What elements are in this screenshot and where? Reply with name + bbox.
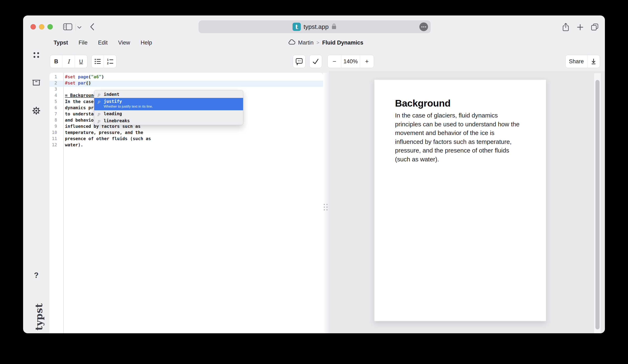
line-number: 5 xyxy=(50,99,57,105)
numbered-list-button[interactable]: 1 2 xyxy=(104,55,116,68)
zoom-in-button[interactable]: + xyxy=(360,55,374,68)
tab-overview-icon[interactable] xyxy=(591,23,599,32)
dashboard-grid-icon[interactable] xyxy=(30,52,43,59)
bullet-list-icon xyxy=(94,58,101,65)
parameter-kind-icon: p xyxy=(97,111,104,116)
fullscreen-window-button[interactable] xyxy=(47,24,53,29)
minimize-window-button[interactable] xyxy=(39,24,44,29)
underline-button[interactable]: U xyxy=(75,55,87,68)
menu-bar: TypstFileEditViewHelp xyxy=(54,34,152,51)
download-button[interactable] xyxy=(587,55,600,68)
parameter-kind-icon: p xyxy=(97,99,104,104)
url-text: typst.app xyxy=(304,23,329,30)
autocomplete-popup: pindentpjustifyWhether to justify text i… xyxy=(94,90,243,125)
comment-button[interactable] xyxy=(293,55,305,68)
autocomplete-item-linebreaks[interactable]: plinebreaks xyxy=(94,117,243,124)
code-line[interactable]: = Background xyxy=(65,93,96,99)
menu-item-view[interactable]: View xyxy=(118,40,130,46)
bold-button[interactable]: B xyxy=(50,55,63,68)
zoom-level-value[interactable]: 140% xyxy=(341,55,360,68)
menu-item-file[interactable]: File xyxy=(78,40,88,46)
gutter-separator xyxy=(63,73,64,333)
code-line[interactable]: #set par() xyxy=(65,80,91,87)
numbered-list-icon: 1 2 xyxy=(107,58,114,65)
download-icon xyxy=(591,58,596,65)
url-bar[interactable]: t typst.app xyxy=(199,20,431,33)
line-number: 11 xyxy=(50,136,57,143)
breadcrumb[interactable]: Martin > Fluid Dynamics xyxy=(288,34,364,51)
settings-gear-icon[interactable] xyxy=(30,107,43,115)
titlebar-divider xyxy=(76,24,76,31)
back-button-icon[interactable] xyxy=(89,22,95,32)
bullet-list-button[interactable] xyxy=(91,55,104,68)
autocomplete-item-leading[interactable]: pleading xyxy=(94,110,243,117)
sidebar-toggle-icon[interactable] xyxy=(63,23,73,32)
code-line[interactable]: water). xyxy=(65,143,83,148)
chevron-down-icon[interactable] xyxy=(77,26,82,30)
parameter-kind-icon: p xyxy=(97,92,104,97)
menu-item-typst[interactable]: Typst xyxy=(54,40,68,46)
titlebar: t typst.app xyxy=(23,15,605,34)
splitter-drag-handle[interactable] xyxy=(323,203,328,212)
svg-text:2: 2 xyxy=(107,62,109,65)
check-button-group xyxy=(309,55,322,68)
line-number: 9 xyxy=(50,124,57,130)
line-number: 7 xyxy=(50,112,57,118)
menu-item-edit[interactable]: Edit xyxy=(98,40,108,46)
check-icon xyxy=(312,58,319,65)
lock-icon xyxy=(331,23,337,30)
browser-window: t typst.app TypstFileEditViewHelp xyxy=(23,15,605,333)
preview-scrollbar-thumb[interactable] xyxy=(595,80,600,329)
site-favicon: t xyxy=(293,23,301,31)
check-button[interactable] xyxy=(310,55,322,68)
typst-logo: typst xyxy=(33,294,44,333)
help-button[interactable]: ? xyxy=(30,271,43,280)
zoom-out-button[interactable]: − xyxy=(328,55,341,68)
page-settings-button[interactable] xyxy=(419,22,428,31)
cloud-icon xyxy=(288,39,295,46)
line-number: 2 xyxy=(50,80,57,87)
svg-text:1: 1 xyxy=(107,58,109,62)
line-number: 12 xyxy=(50,143,57,148)
line-number: 10 xyxy=(50,130,57,136)
breadcrumb-document-title: Fluid Dynamics xyxy=(322,40,364,46)
line-number: 4 xyxy=(50,93,57,99)
list-button-group: 1 2 xyxy=(91,55,116,68)
parameter-kind-icon: p xyxy=(97,118,104,124)
format-button-group: B I U xyxy=(50,55,87,68)
code-line[interactable]: presence of other fluids (such as xyxy=(65,136,151,143)
code-line[interactable]: temperature, pressure, and the xyxy=(65,130,143,136)
preview-heading: Background xyxy=(395,97,451,109)
line-number: 1 xyxy=(50,74,57,80)
close-window-button[interactable] xyxy=(30,24,36,29)
preview-page: Background In the case of glaciers, flui… xyxy=(374,80,546,321)
line-number: 8 xyxy=(50,118,57,124)
share-button-group: Share xyxy=(565,55,600,68)
autocomplete-item-justify[interactable]: pjustifyWhether to justify text in its l… xyxy=(94,98,243,110)
breadcrumb-separator: > xyxy=(316,40,319,46)
files-box-icon[interactable] xyxy=(30,79,43,86)
new-tab-icon[interactable] xyxy=(577,24,584,32)
line-number: 3 xyxy=(50,87,57,93)
italic-button[interactable]: I xyxy=(63,55,75,68)
breadcrumb-project[interactable]: Martin xyxy=(298,40,314,46)
autocomplete-item-indent[interactable]: pindent xyxy=(94,91,243,98)
menu-item-help[interactable]: Help xyxy=(141,40,152,46)
share-button[interactable]: Share xyxy=(565,55,587,68)
line-number: 6 xyxy=(50,105,57,112)
zoom-control-group: − 140% + xyxy=(327,55,374,68)
code-line[interactable]: #set page("a6") xyxy=(65,74,104,80)
preview-paragraph: In the case of glaciers, fluid dynamicsp… xyxy=(395,111,531,164)
comment-bubble-icon xyxy=(296,58,303,65)
share-page-icon[interactable] xyxy=(562,22,570,32)
comment-button-group xyxy=(293,55,306,68)
